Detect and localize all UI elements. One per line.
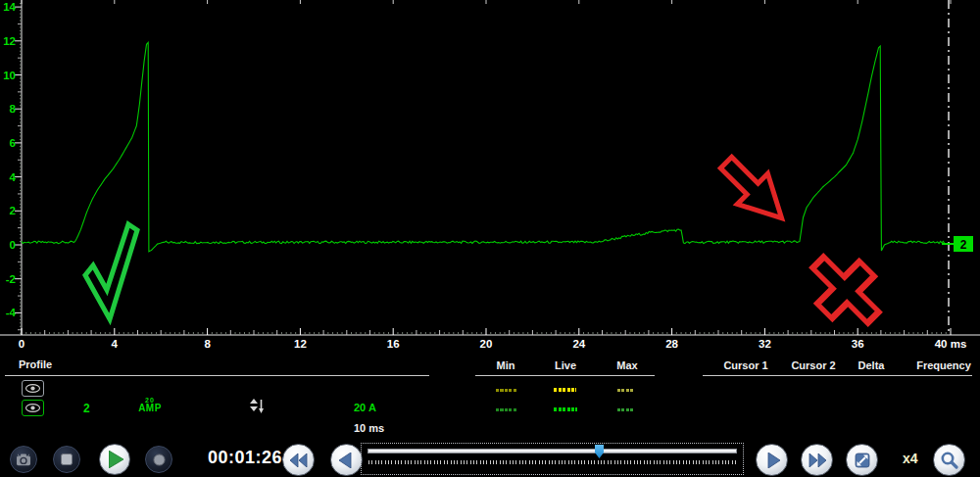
column-header-frequency: Frequency: [916, 359, 971, 371]
max-value-dashes: [617, 389, 635, 392]
slider-tick-marks: [368, 460, 738, 465]
sort-scale-icon[interactable]: [249, 398, 265, 418]
svg-text:8: 8: [204, 338, 211, 350]
svg-text:-2: -2: [6, 273, 16, 285]
channel-2-badge[interactable]: 2: [942, 236, 973, 252]
waveform-chart: 14121086420-2-40481216202428323640 ms2: [0, 0, 980, 355]
camera-icon: [16, 453, 31, 466]
svg-text:-4: -4: [6, 307, 17, 318]
cross-annotation: [797, 241, 894, 338]
column-header-max: Max: [616, 359, 637, 371]
eye-icon: [24, 403, 41, 413]
svg-text:36: 36: [852, 338, 864, 350]
record-icon: [153, 453, 166, 466]
right-arrow-icon: [767, 453, 780, 468]
svg-text:0: 0: [19, 338, 24, 350]
fit-screen-button[interactable]: [846, 444, 878, 476]
svg-text:12: 12: [3, 35, 16, 47]
stop-icon: [61, 453, 73, 465]
zoom-factor-label: x4: [903, 451, 918, 466]
slider-thumb[interactable]: [595, 445, 604, 458]
play-button[interactable]: [99, 444, 130, 475]
channel-1-visibility-toggle[interactable]: [22, 380, 44, 397]
svg-text:16: 16: [387, 338, 400, 350]
separator-line: [5, 375, 429, 376]
elapsed-time-display: 00:01:264: [208, 448, 293, 468]
channel-range-label: 20 A: [354, 402, 376, 413]
svg-text:10: 10: [3, 70, 16, 81]
y-axis: 14121086420-2-4: [3, 0, 22, 335]
resize-icon: [854, 452, 871, 469]
separator-line: [703, 375, 972, 376]
double-left-arrow-icon: [290, 453, 308, 467]
svg-text:32: 32: [759, 338, 771, 350]
svg-text:28: 28: [665, 338, 678, 350]
svg-text:20: 20: [480, 338, 493, 350]
svg-text:2: 2: [10, 205, 16, 216]
play-icon: [109, 451, 123, 468]
double-right-arrow-icon: [808, 453, 826, 467]
column-header-cursor2: Cursor 2: [791, 359, 835, 371]
record-button[interactable]: [145, 446, 172, 473]
svg-text:0: 0: [10, 239, 16, 251]
snapshot-button[interactable]: [10, 446, 37, 473]
svg-text:8: 8: [10, 103, 17, 115]
rewind-button[interactable]: [282, 444, 315, 476]
x-axis: 0481216202428323640 ms: [0, 0, 980, 350]
fast-forward-button[interactable]: [801, 444, 833, 476]
channel-number: 2: [83, 402, 90, 415]
stop-button[interactable]: [53, 446, 80, 473]
step-back-button[interactable]: [330, 444, 363, 476]
magnifier-icon: [940, 451, 958, 469]
waveform-trace: [22, 43, 946, 252]
left-arrow-icon: [339, 453, 352, 468]
column-header-live: Live: [555, 359, 576, 371]
live-value-dashes: [554, 388, 576, 392]
slider-track[interactable]: [368, 449, 737, 453]
zoom-button[interactable]: [933, 444, 965, 476]
step-forward-button[interactable]: [756, 444, 788, 476]
current-clamp-probe-icon[interactable]: 20 AMP: [134, 397, 166, 413]
min-value-dashes: [496, 389, 516, 392]
svg-text:4: 4: [112, 338, 119, 350]
column-header-cursor1: Cursor 1: [723, 359, 767, 371]
svg-text:14: 14: [3, 1, 16, 13]
svg-text:40 ms: 40 ms: [935, 338, 967, 350]
playback-position-slider[interactable]: [361, 443, 744, 475]
min-value-dashes: [496, 408, 516, 411]
svg-text:12: 12: [294, 338, 307, 350]
column-header-min: Min: [497, 359, 515, 371]
svg-text:4: 4: [10, 171, 17, 183]
live-value-dashes: [554, 407, 577, 411]
column-header-delta: Delta: [858, 359, 885, 371]
eye-icon: [24, 383, 41, 394]
max-value-dashes: [617, 408, 635, 411]
svg-text:6: 6: [10, 137, 16, 149]
separator-line: [475, 375, 655, 376]
check-annotation: [85, 224, 137, 319]
channel-2-visibility-toggle[interactable]: [22, 400, 44, 416]
arrow-annotation: [710, 147, 797, 233]
profile-label: Profile: [19, 358, 52, 370]
svg-text:2: 2: [960, 238, 967, 252]
svg-text:24: 24: [572, 338, 585, 350]
scope-recorder-app: 14121086420-2-40481216202428323640 ms2 P…: [0, 0, 980, 477]
timebase-label: 10 ms: [354, 422, 384, 434]
